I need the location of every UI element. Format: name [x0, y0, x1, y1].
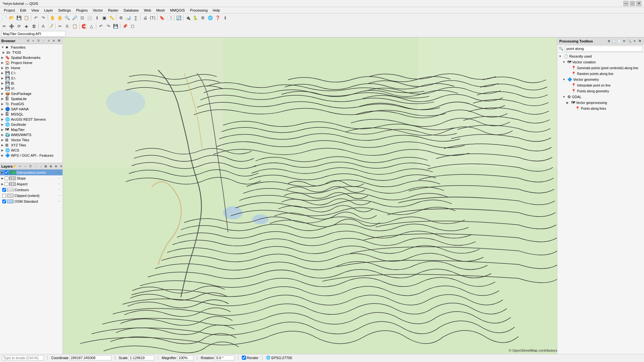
layer-slope-options[interactable]: ⋯ [57, 176, 61, 181]
browser-collapse-btn[interactable]: ↑ [41, 39, 46, 43]
new-project-btn[interactable]: 📄 [1, 14, 8, 21]
browser-float-btn[interactable]: ⧉ [57, 39, 61, 43]
layer-aspect-checkbox[interactable] [5, 182, 8, 186]
magnifier-input[interactable] [177, 355, 194, 360]
menu-mesh[interactable]: Mesh [154, 8, 167, 13]
browser-item-s-drive[interactable]: ▶ 💾 S:\ [0, 76, 62, 81]
toolbox-interpolate-point[interactable]: 📍 Interpolate point on line [557, 82, 644, 88]
zoom-in-btn[interactable]: 🔍 [64, 14, 71, 21]
save-as-btn[interactable]: 📋 [23, 14, 30, 21]
menu-web[interactable]: Web [141, 8, 154, 13]
toolbox-vector-creation[interactable]: ▼ 🗺 Vector creation [557, 59, 644, 65]
layer-slope[interactable]: ▶ Slope ⋯ [0, 175, 62, 181]
toolbox-float-icon[interactable]: ⧉ [638, 39, 642, 43]
layers-expand-btn[interactable]: ⊕ [49, 164, 53, 169]
coordinate-input[interactable] [70, 355, 111, 360]
geocoding-input[interactable] [1, 31, 66, 37]
render-checkbox[interactable] [242, 356, 246, 360]
toolbox-random-points[interactable]: 📍 Random points along line [557, 71, 644, 77]
save-edits-btn[interactable]: 💾 [112, 23, 119, 30]
browser-item-sap-hana[interactable]: ▶ 🔵 SAP HANA [0, 107, 62, 112]
zoom-out-btn[interactable]: 🔎 [71, 14, 78, 21]
help-btn[interactable]: ❓ [214, 14, 221, 21]
snap-btn[interactable]: 🧲 [80, 23, 88, 30]
layers-collapse-btn[interactable]: ⊖ [54, 164, 58, 169]
refresh-btn[interactable]: 🔄 [175, 14, 182, 21]
browser-item-wms-wmts[interactable]: ▶ 🌍 WMS/WMTS [0, 132, 62, 137]
undo-btn[interactable]: ↶ [32, 14, 39, 21]
toolbox-gdal[interactable]: ▼ ⚙ GDAL [557, 94, 644, 100]
toolbox-recently-used[interactable]: ▼ 🕐 Recently used [557, 53, 644, 59]
browser-item-geonode[interactable]: ▶ 🌐 GeoNode [0, 122, 62, 127]
measure-btn[interactable]: 📏 [108, 14, 115, 21]
browser-refresh-btn[interactable]: ↺ [26, 39, 30, 43]
toolbox-results-icon[interactable]: 📄 [617, 39, 621, 43]
advanced-dig-btn[interactable]: ⬡ [129, 23, 136, 30]
zoom-full-btn[interactable]: ⊡ [79, 14, 86, 21]
browser-close-btn[interactable]: ✕ [52, 39, 56, 43]
menu-help[interactable]: Help [210, 8, 223, 13]
menu-layer[interactable]: Layer [42, 8, 56, 13]
annotation-btn[interactable]: 📝 [47, 23, 54, 30]
statistics-btn[interactable]: ∑ [132, 14, 139, 21]
browser-item-b-drive[interactable]: ▶ 💾 B\ [0, 81, 62, 86]
browser-filter-btn[interactable]: ▽ [36, 39, 41, 43]
map-area[interactable]: © OpenStreetMap contributors, CC-BY-SA [63, 38, 557, 354]
layers-filter-btn[interactable]: ▽ [28, 164, 33, 169]
scale-input[interactable] [128, 355, 154, 360]
layer-clipped-extent[interactable]: Clipped (extent) ⋯ [0, 193, 62, 199]
pan-map-btn[interactable]: 🖐 [56, 14, 63, 21]
browser-item-vector-tiles[interactable]: ▶ ⊞ Vector Tiles [0, 137, 62, 143]
plugins-btn[interactable]: 🔌 [185, 14, 192, 21]
layer-contours-options[interactable]: ⋯ [57, 188, 61, 192]
browser-item-geopackage[interactable]: ▶ 📦 GeoPackage [0, 91, 62, 96]
vertex-tool-btn[interactable]: ◈ [23, 23, 30, 30]
browser-item-mssql[interactable]: ▶ 🗄 MSSQL [0, 112, 62, 117]
print-layout-btn[interactable]: 🖨 [142, 14, 149, 21]
toolbox-generate-points[interactable]: 📍 Generate points (pixel centroids) alon… [557, 65, 644, 71]
topological-btn[interactable]: △ [88, 23, 95, 30]
browser-item-spatial-bookmarks[interactable]: ▶ 🔖 Spatial Bookmarks [0, 55, 62, 60]
toolbox-points-along-lines[interactable]: 📍 Points along lines [557, 106, 644, 111]
pan-btn[interactable]: ✋ [49, 14, 56, 21]
identify-btn[interactable]: ℹ [93, 14, 100, 21]
toolbox-points-along-geometry[interactable]: 📍 Points along geometry [557, 88, 644, 94]
label-tool-btn[interactable]: A [40, 23, 47, 30]
field-calculator-btn[interactable]: ⟨T⟩ [149, 14, 156, 21]
layer-osm-options[interactable]: ⋯ [57, 199, 61, 204]
browser-item-postgis[interactable]: ▶ 🐘 PostGIS [0, 101, 62, 107]
attribute-table-btn[interactable]: 📊 [125, 14, 132, 21]
menu-raster[interactable]: Raster [105, 8, 121, 13]
layers-remove-btn[interactable]: − [23, 164, 27, 169]
layers-up-btn[interactable]: ↑ [33, 164, 38, 169]
browser-item-home[interactable]: ▶ 🗁 Home [0, 65, 62, 70]
toolbox-settings-icon[interactable]: ⚙ [607, 39, 611, 43]
layer-aspect[interactable]: ▶ Aspect ⋯ [0, 181, 62, 187]
processing-btn[interactable]: ⚙ [199, 14, 206, 21]
browser-item-xyz-tiles[interactable]: ▶ ⊞ XYZ Tiles [0, 143, 62, 148]
python-btn[interactable]: 🐍 [192, 14, 199, 21]
show-bookmarks-btn[interactable]: 📑 [166, 14, 173, 21]
menu-mmqgis[interactable]: MMQGIS [167, 8, 187, 13]
rotation-input[interactable] [215, 355, 234, 360]
layer-interpolated-points-options[interactable]: ⋯ [57, 170, 61, 175]
toolbox-search-input[interactable] [565, 46, 643, 51]
minimize-button[interactable]: — [623, 1, 629, 6]
select-btn[interactable]: ▣ [101, 14, 108, 21]
toolbox-vector-geometry[interactable]: ▼ 🔷 Vector geometry [557, 77, 644, 82]
maximize-button[interactable]: □ [630, 1, 635, 6]
open-btn[interactable]: 📂 [8, 14, 15, 21]
toolbox-vector-geoprocessing[interactable]: ▶ 🗺 Vector geoprocessing [557, 100, 644, 106]
close-button[interactable]: ✕ [636, 1, 641, 6]
layers-close-btn[interactable]: ✕ [59, 164, 62, 169]
about-btn[interactable]: ℹ [222, 14, 229, 21]
browser-item-c-drive[interactable]: ▶ 💾 C:\ [0, 70, 62, 76]
layer-slope-checkbox[interactable] [5, 176, 8, 180]
move-feature-btn[interactable]: ⟳ [15, 23, 23, 30]
browser-add-btn[interactable]: + [31, 39, 35, 43]
layer-interpolated-points-checkbox[interactable] [5, 171, 8, 174]
georef-btn[interactable]: 📌 [121, 23, 128, 30]
menu-settings[interactable]: Settings [55, 8, 73, 13]
layer-clipped-checkbox[interactable] [2, 194, 6, 198]
toolbox-edit-icon[interactable]: ✏ [622, 39, 627, 43]
